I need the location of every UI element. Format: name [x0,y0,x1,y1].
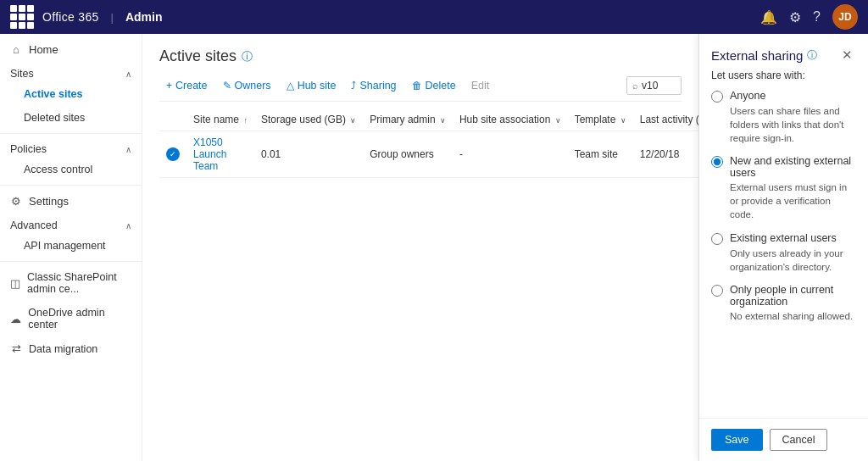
page-title-row: Active sites ⓘ [159,47,682,65]
radio-option-new-existing-external: New and existing external users External… [711,155,856,221]
sidebar-item-access-control[interactable]: Access control [0,158,142,181]
topbar: Office 365 | Admin 🔔 ⚙ ? JD [0,0,868,34]
sidebar-item-access-control-label: Access control [24,164,92,175]
create-icon: + [166,80,172,92]
sidebar-item-active-sites[interactable]: Active sites [0,82,142,106]
radio-option-anyone: Anyone Users can share files and folders… [711,90,856,145]
sidebar-item-deleted-sites[interactable]: Deleted sites [0,106,142,130]
panel-close-button[interactable]: ✕ [838,46,856,64]
bell-icon[interactable]: 🔔 [760,9,777,25]
admin-label: Admin [125,10,163,24]
radio-input-only-org[interactable] [711,285,723,297]
settings-icon: ⚙ [10,195,22,208]
col-check-header [159,108,186,131]
data-migration-icon: ⇄ [10,342,22,355]
row-storage: 0.01 [254,131,363,178]
panel-title: External sharing [711,48,803,63]
row-check[interactable]: ✓ [159,131,186,178]
row-site-name[interactable]: X1050 Launch Team [186,131,254,178]
sidebar-item-settings[interactable]: ⚙ Settings [0,189,142,214]
sites-chevron-icon: ∧ [125,69,131,79]
radio-label-existing-external[interactable]: Existing external users [730,232,837,244]
page-title: Active sites [159,47,236,65]
sidebar-item-home-label: Home [29,43,58,56]
row-template: Team site [568,131,633,178]
sidebar-group-policies[interactable]: Policies ∧ [0,137,142,158]
col-template-header[interactable]: Template ∨ [568,108,633,131]
search-input[interactable] [642,80,676,92]
sidebar-item-api-management-label: API management [24,240,106,252]
sidebar: ⌂ Home Sites ∧ Active sites Deleted site… [0,34,142,461]
sidebar-item-active-sites-label: Active sites [24,88,82,100]
radio-desc-only-org: No external sharing allowed. [711,309,856,323]
radio-label-anyone[interactable]: Anyone [730,90,765,102]
row-hub-site: - [453,131,568,178]
external-sharing-panel: External sharing ⓘ ✕ Let users share wit… [698,34,868,461]
row-primary-admin: Group owners [363,131,453,178]
col-storage-header[interactable]: Storage used (GB) ∨ [254,108,363,131]
waffle-menu[interactable] [10,5,34,29]
col-site-name-header[interactable]: Site name ↑ [186,108,254,131]
search-box[interactable]: ⌕ [626,76,682,95]
owners-button[interactable]: ✎ Owners [216,75,278,96]
sidebar-item-settings-label: Settings [29,195,69,208]
sidebar-item-api-management[interactable]: API management [0,234,142,258]
brand-label: Office 365 [42,10,99,24]
advanced-chevron-icon: ∧ [125,221,131,230]
col-primary-admin-header[interactable]: Primary admin ∨ [363,108,453,131]
hub-site-icon: △ [287,80,294,92]
edit-button[interactable]: Edit [465,75,497,96]
col-hub-site-header[interactable]: Hub site association ∨ [453,108,568,131]
sharing-icon: ⤴ [351,80,356,92]
cancel-button[interactable]: Cancel [770,429,828,451]
classic-sharepoint-icon: ◫ [10,277,20,290]
panel-body: Anyone Users can share files and folders… [699,90,868,418]
gear-icon[interactable]: ⚙ [789,9,801,25]
panel-title-info-icon[interactable]: ⓘ [807,48,817,63]
radio-input-anyone[interactable] [711,91,723,103]
radio-desc-new-existing-external: External users must sign in or provide a… [711,181,856,221]
policies-chevron-icon: ∧ [125,145,131,154]
radio-input-existing-external[interactable] [711,233,723,245]
radio-input-new-existing-external[interactable] [711,156,723,168]
radio-label-new-existing-external[interactable]: New and existing external users [730,155,856,179]
delete-icon: 🗑 [412,80,422,92]
sidebar-item-home[interactable]: ⌂ Home [0,37,142,62]
radio-option-only-org: Only people in current organization No e… [711,284,856,323]
help-icon[interactable]: ? [813,9,821,25]
sidebar-item-onedrive-admin-label: OneDrive admin center [28,307,131,330]
delete-button[interactable]: 🗑 Delete [405,75,463,96]
sharing-button[interactable]: ⤴ Sharing [344,75,403,96]
page-title-info-icon[interactable]: ⓘ [242,49,253,64]
sidebar-item-classic-sharepoint[interactable]: ◫ Classic SharePoint admin ce... [0,265,142,301]
sidebar-item-data-migration[interactable]: ⇄ Data migration [0,336,142,361]
content-area: Active sites ⓘ + Create ✎ Owners △ Hub s… [142,34,868,461]
radio-desc-existing-external: Only users already in your organization'… [711,247,856,274]
create-button[interactable]: + Create [159,75,214,96]
hub-site-button[interactable]: △ Hub site [280,75,343,96]
radio-desc-anyone: Users can share files and folders with l… [711,104,856,145]
panel-header: External sharing ⓘ ✕ [699,34,868,69]
radio-label-only-org[interactable]: Only people in current organization [730,284,856,308]
home-icon: ⌂ [10,43,22,56]
sidebar-item-deleted-sites-label: Deleted sites [24,112,85,124]
search-icon: ⌕ [632,81,638,91]
panel-footer: Save Cancel [699,418,868,461]
avatar[interactable]: JD [832,4,858,30]
sidebar-item-classic-sharepoint-label: Classic SharePoint admin ce... [27,271,131,295]
checked-icon: ✓ [166,147,180,161]
sidebar-group-advanced[interactable]: Advanced ∧ [0,214,142,234]
save-button[interactable]: Save [711,429,763,451]
sidebar-group-sites[interactable]: Sites ∧ [0,62,142,82]
owners-icon: ✎ [223,80,231,92]
panel-subtitle: Let users share with: [699,69,868,90]
radio-option-existing-external: Existing external users Only users alrea… [711,232,856,274]
sidebar-item-data-migration-label: Data migration [29,343,97,355]
sidebar-item-onedrive-admin[interactable]: ☁ OneDrive admin center [0,301,142,336]
onedrive-icon: ☁ [10,313,21,325]
main-layout: ⌂ Home Sites ∧ Active sites Deleted site… [0,34,868,461]
toolbar: + Create ✎ Owners △ Hub site ⤴ Sharing 🗑 [159,75,682,102]
